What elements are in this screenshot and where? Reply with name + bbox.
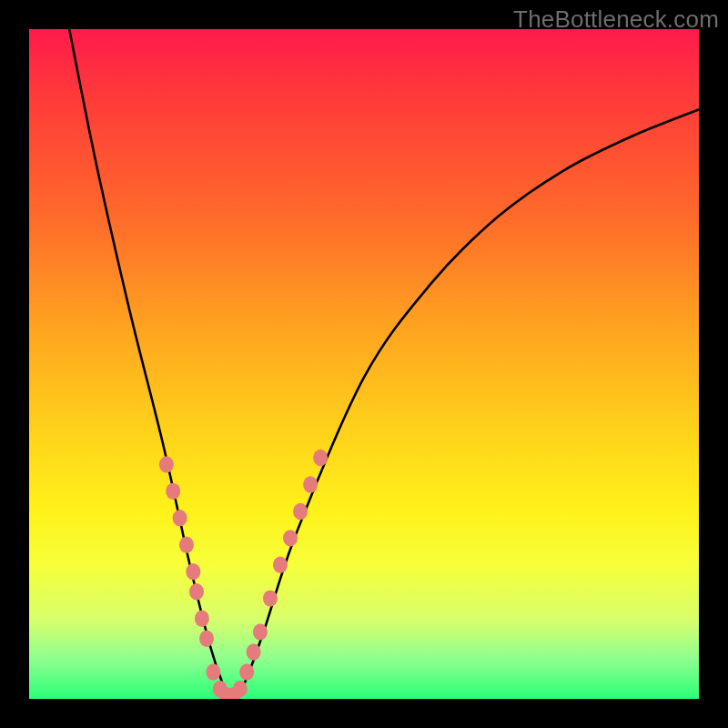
chart-frame: TheBottleneck.com <box>0 0 728 728</box>
highlight-dot <box>179 537 194 553</box>
highlight-dot <box>283 530 298 546</box>
curve-svg <box>29 29 699 699</box>
highlight-dot <box>199 631 214 647</box>
highlight-dot <box>159 456 174 472</box>
highlight-dots-right <box>253 450 328 641</box>
plot-area <box>29 29 699 699</box>
highlight-dot <box>253 623 268 640</box>
highlight-dot <box>303 476 318 492</box>
highlight-dot <box>166 483 180 500</box>
bottleneck-curve <box>69 29 699 699</box>
highlight-dot <box>273 557 288 573</box>
highlight-dot <box>233 681 248 697</box>
highlight-dot <box>206 663 220 680</box>
highlight-dot <box>263 590 278 606</box>
highlight-dot <box>195 610 209 626</box>
highlight-dot <box>186 563 200 580</box>
highlight-dot <box>239 663 254 680</box>
highlight-dot <box>189 583 204 600</box>
highlight-dot <box>247 643 261 660</box>
highlight-dot <box>313 450 328 466</box>
highlight-dot <box>293 503 308 520</box>
highlight-dots-left <box>159 456 214 647</box>
highlight-dot <box>173 510 187 526</box>
highlight-dots-trough <box>206 643 260 699</box>
